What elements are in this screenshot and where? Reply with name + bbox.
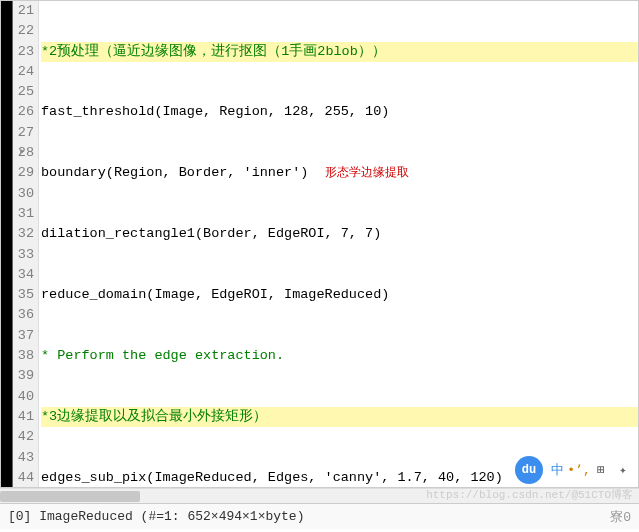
line-number: 25 [13, 82, 34, 102]
line-number: 27 [13, 123, 34, 143]
line-number: 32 [13, 224, 34, 244]
ime-punct-icon[interactable]: •ʼ, [571, 462, 587, 478]
left-margin [1, 1, 13, 487]
line-number: 39 [13, 366, 34, 386]
line-number: 44 [13, 468, 34, 488]
scrollbar-thumb[interactable] [0, 491, 140, 502]
line-number: 40 [13, 387, 34, 407]
code-text: boundary [41, 165, 106, 180]
line-number: 35 [13, 285, 34, 305]
code-editor: 2122232425262728293031323334353637383940… [0, 0, 639, 488]
spark-icon[interactable]: ✦ [615, 462, 631, 478]
ime-zhong-icon[interactable]: 中 [549, 462, 565, 478]
line-number: 24 [13, 62, 34, 82]
code-area[interactable]: *2预处理（逼近边缘图像，进行抠图（1手画2blob）） fast_thresh… [39, 1, 638, 487]
line-number: 33 [13, 245, 34, 265]
code-text: fast_threshold [41, 104, 154, 119]
code-text: reduce_domain [41, 287, 146, 302]
code-text: edges_sub_pix [41, 470, 146, 485]
line-number: 34 [13, 265, 34, 285]
comment: *3边缘提取以及拟合最小外接矩形） [41, 409, 267, 424]
line-number: 37 [13, 326, 34, 346]
current-line-marker: ▸ [19, 144, 26, 157]
line-number: 30 [13, 184, 34, 204]
line-number: 31 [13, 204, 34, 224]
grid-icon[interactable]: ⊞ [593, 462, 609, 478]
status-bar: [0] ImageReduced (#=1: 652×494×1×byte) 寮… [0, 503, 639, 529]
comment: *2预处理（逼近边缘图像，进行抠图（1手画2blob）） [41, 44, 386, 59]
line-number: 41 [13, 407, 34, 427]
line-number: 26 [13, 102, 34, 122]
horizontal-scrollbar[interactable] [0, 488, 639, 503]
code-text: dilation_rectangle1 [41, 226, 195, 241]
status-text: [0] ImageReduced (#=1: 652×494×1×byte) [8, 509, 304, 524]
line-number: 21 [13, 1, 34, 21]
line-number: 23 [13, 42, 34, 62]
line-number: 29 [13, 163, 34, 183]
comment: * Perform the edge extraction. [41, 348, 284, 363]
floating-toolbar: du 中 •ʼ, ⊞ ✦ [515, 456, 631, 484]
baidu-icon[interactable]: du [515, 456, 543, 484]
line-number: 42 [13, 427, 34, 447]
line-number: 22 [13, 21, 34, 41]
line-number: 36 [13, 305, 34, 325]
line-number: 38 [13, 346, 34, 366]
annotation-text: 形态学边缘提取 [325, 166, 409, 180]
status-right: 寮0 [610, 508, 631, 526]
line-number-gutter: 2122232425262728293031323334353637383940… [13, 1, 39, 487]
line-number: 43 [13, 448, 34, 468]
